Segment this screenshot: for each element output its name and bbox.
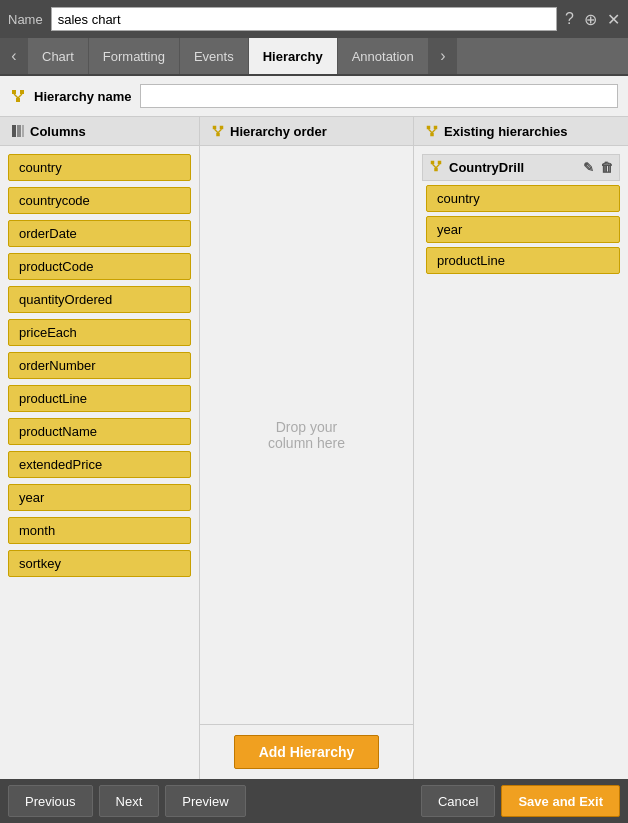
drop-zone-text: Drop your column here xyxy=(268,419,345,451)
tab-hierarchy[interactable]: Hierarchy xyxy=(249,38,338,74)
columns-body: countrycountrycodeorderDateproductCodequ… xyxy=(0,146,199,779)
column-item[interactable]: sortkey xyxy=(8,550,191,577)
columns-header-label: Columns xyxy=(30,124,86,139)
existing-hierarchies-body: CountryDrill✎🗑countryyearproductLine xyxy=(414,146,628,779)
column-item[interactable]: orderDate xyxy=(8,220,191,247)
hierarchy-order-header: Hierarchy order xyxy=(200,117,413,146)
hierarchy-name-label: Hierarchy name xyxy=(34,89,132,104)
column-item[interactable]: year xyxy=(8,484,191,511)
tab-nav-prev[interactable]: ‹ xyxy=(0,38,28,74)
svg-rect-13 xyxy=(427,126,431,130)
hierarchy-item[interactable]: productLine xyxy=(426,247,620,274)
columns-col: Columns countrycountrycodeorderDateprodu… xyxy=(0,117,200,779)
save-and-exit-button[interactable]: Save and Exit xyxy=(501,785,620,817)
main-content: Hierarchy name Columns xyxy=(0,76,628,779)
hierarchy-group-header: CountryDrill✎🗑 xyxy=(422,154,620,181)
existing-hierarchies-label: Existing hierarchies xyxy=(444,124,568,139)
bottom-bar: Previous Next Preview Cancel Save and Ex… xyxy=(0,779,628,823)
hierarchy-order-icon xyxy=(210,123,226,139)
svg-rect-5 xyxy=(12,125,16,137)
column-item[interactable]: priceEach xyxy=(8,319,191,346)
hierarchy-name-icon xyxy=(10,88,26,104)
column-item[interactable]: extendedPrice xyxy=(8,451,191,478)
add-hierarchy-row: Add Hierarchy xyxy=(200,724,413,779)
hierarchy-item[interactable]: year xyxy=(426,216,620,243)
svg-rect-6 xyxy=(17,125,21,137)
tab-events[interactable]: Events xyxy=(180,38,249,74)
three-col-area: Columns countrycountrycodeorderDateprodu… xyxy=(0,117,628,779)
column-item[interactable]: orderNumber xyxy=(8,352,191,379)
next-button[interactable]: Next xyxy=(99,785,160,817)
svg-rect-15 xyxy=(430,133,434,137)
cancel-button[interactable]: Cancel xyxy=(421,785,495,817)
tab-bar: ‹ Chart Formatting Events Hierarchy Anno… xyxy=(0,38,628,76)
tab-formatting[interactable]: Formatting xyxy=(89,38,180,74)
hierarchy-group-items: countryyearproductLine xyxy=(422,181,620,274)
move-icon[interactable]: ⊕ xyxy=(584,10,597,29)
hierarchy-name-row: Hierarchy name xyxy=(0,76,628,117)
column-item[interactable]: quantityOrdered xyxy=(8,286,191,313)
svg-rect-8 xyxy=(213,126,217,130)
tab-annotation[interactable]: Annotation xyxy=(338,38,429,74)
hierarchy-delete-button[interactable]: 🗑 xyxy=(600,160,613,175)
svg-rect-9 xyxy=(220,126,224,130)
column-item[interactable]: productCode xyxy=(8,253,191,280)
column-item[interactable]: productName xyxy=(8,418,191,445)
svg-rect-7 xyxy=(22,125,24,137)
title-icons: ? ⊕ ✕ xyxy=(565,10,620,29)
hierarchy-order-col: Hierarchy order Drop your column here Ad… xyxy=(200,117,414,779)
name-input[interactable] xyxy=(51,7,557,31)
hierarchy-edit-button[interactable]: ✎ xyxy=(583,160,594,175)
svg-line-17 xyxy=(432,129,436,133)
preview-button[interactable]: Preview xyxy=(165,785,245,817)
title-bar: Name ? ⊕ ✕ xyxy=(0,0,628,38)
svg-rect-19 xyxy=(438,161,442,165)
existing-hierarchies-header: Existing hierarchies xyxy=(414,117,628,146)
hierarchy-group-name: CountryDrill xyxy=(449,160,577,175)
previous-button[interactable]: Previous xyxy=(8,785,93,817)
hierarchy-group: CountryDrill✎🗑countryyearproductLine xyxy=(422,154,620,274)
svg-rect-18 xyxy=(431,161,435,165)
svg-line-11 xyxy=(215,129,219,133)
svg-line-3 xyxy=(14,94,18,98)
svg-rect-1 xyxy=(20,90,24,94)
svg-line-22 xyxy=(436,164,440,168)
window: Name ? ⊕ ✕ ‹ Chart Formatting Events Hie… xyxy=(0,0,628,823)
column-item[interactable]: country xyxy=(8,154,191,181)
svg-line-12 xyxy=(218,129,222,133)
hierarchy-name-input[interactable] xyxy=(140,84,618,108)
svg-rect-20 xyxy=(434,168,438,172)
existing-hier-icon xyxy=(424,123,440,139)
svg-line-4 xyxy=(18,94,22,98)
tab-nav-next[interactable]: › xyxy=(429,38,457,74)
column-item[interactable]: countrycode xyxy=(8,187,191,214)
columns-icon xyxy=(10,123,26,139)
tab-chart[interactable]: Chart xyxy=(28,38,89,74)
svg-rect-14 xyxy=(434,126,438,130)
name-label: Name xyxy=(8,12,43,27)
svg-line-21 xyxy=(433,164,437,168)
column-item[interactable]: month xyxy=(8,517,191,544)
hierarchy-group-icon xyxy=(429,159,443,176)
close-icon[interactable]: ✕ xyxy=(607,10,620,29)
svg-rect-0 xyxy=(12,90,16,94)
existing-hierarchies-col: Existing hierarchies CountryDrill✎🗑count… xyxy=(414,117,628,779)
help-icon[interactable]: ? xyxy=(565,10,574,29)
columns-header: Columns xyxy=(0,117,199,146)
svg-rect-2 xyxy=(16,98,20,102)
add-hierarchy-button[interactable]: Add Hierarchy xyxy=(234,735,380,769)
column-item[interactable]: productLine xyxy=(8,385,191,412)
hierarchy-order-body[interactable]: Drop your column here xyxy=(200,146,413,724)
hierarchy-order-label: Hierarchy order xyxy=(230,124,327,139)
svg-line-16 xyxy=(429,129,433,133)
svg-rect-10 xyxy=(216,133,220,137)
hierarchy-item[interactable]: country xyxy=(426,185,620,212)
